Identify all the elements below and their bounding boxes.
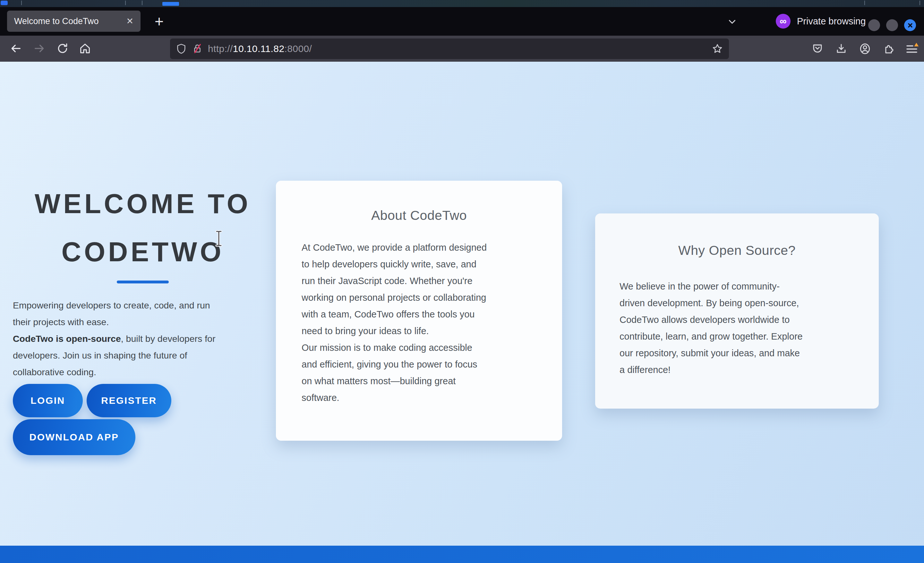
close-window-button[interactable] [904, 19, 916, 31]
insecure-lock-icon[interactable] [192, 44, 203, 54]
register-button[interactable]: REGISTER [87, 384, 171, 417]
os-app-icon [1, 1, 8, 5]
minimize-button[interactable] [868, 19, 880, 31]
screenshot-root: Welcome to CodeTwo ✕ + ∞ Private browsin… [0, 0, 924, 563]
tab-welcome-to-codetwo[interactable]: Welcome to CodeTwo ✕ [7, 11, 141, 32]
os-divider [920, 1, 920, 5]
page-title: WELCOME TOCODETWO [13, 180, 273, 276]
downloads-icon[interactable] [831, 39, 852, 59]
maximize-button[interactable] [886, 19, 898, 31]
bookmark-star-icon[interactable] [712, 43, 723, 54]
private-browsing-label: Private browsing [797, 16, 866, 27]
new-tab-button[interactable]: + [150, 12, 168, 31]
url-host: 10.10.11.82 [233, 44, 285, 54]
download-app-button[interactable]: DOWNLOAD APP [13, 419, 135, 455]
menu-hamburger-icon[interactable] [902, 39, 922, 59]
window-controls [868, 19, 916, 31]
back-icon[interactable] [6, 39, 26, 59]
tab-title: Welcome to CodeTwo [14, 17, 122, 26]
tab-bar: Welcome to CodeTwo ✕ + ∞ Private browsin… [0, 7, 924, 35]
url-text: http://10.10.11.82:8000/ [208, 44, 712, 54]
reload-icon[interactable] [52, 39, 72, 59]
why-card-title: Why Open Source? [595, 213, 879, 258]
shield-icon[interactable] [176, 44, 187, 54]
home-icon[interactable] [75, 39, 95, 59]
os-divider [142, 1, 142, 5]
intro-line: CodeTwo is open-source, built by develop… [13, 330, 273, 347]
account-icon[interactable] [855, 39, 875, 59]
os-divider [21, 1, 22, 5]
private-mask-icon: ∞ [776, 14, 790, 29]
url-bar[interactable]: http://10.10.11.82:8000/ [170, 39, 729, 59]
open-source-bold: CodeTwo is open-source [13, 333, 121, 344]
private-browsing-badge: ∞ Private browsing [776, 7, 866, 35]
url-port: :8000/ [285, 44, 312, 54]
os-taskbar-strip [0, 0, 924, 7]
why-card-body: We believe in the power of community- dr… [620, 278, 854, 378]
page-footer-bar [0, 546, 924, 563]
login-button[interactable]: LOGIN [13, 384, 83, 417]
intro-line: collaborative coding. [13, 364, 273, 380]
os-active-indicator [162, 2, 179, 6]
title-underline [117, 281, 169, 284]
forward-icon[interactable] [30, 39, 50, 59]
list-all-tabs-chevron-down-icon[interactable] [723, 14, 742, 30]
about-card: About CodeTwo At CodeTwo, we provide a p… [276, 181, 562, 441]
open-source-rest: , built by developers for [121, 333, 216, 344]
intro-line: Empowering developers to create, code, a… [13, 297, 273, 314]
why-open-source-card: Why Open Source? We believe in the power… [595, 213, 879, 408]
web-page: WELCOME TOCODETWO Empowering developers … [0, 62, 924, 563]
pocket-icon[interactable] [807, 39, 828, 59]
about-card-body: At CodeTwo, we provide a platform design… [302, 239, 536, 406]
url-scheme: http:// [208, 44, 233, 54]
text-cursor-ibeam [214, 230, 223, 247]
intro-line: their projects with ease. [13, 314, 273, 330]
hero-intro-text: Empowering developers to create, code, a… [13, 297, 273, 380]
hero-section: WELCOME TOCODETWO Empowering developers … [13, 180, 273, 380]
tab-close-icon[interactable]: ✕ [122, 17, 134, 26]
extensions-puzzle-icon[interactable] [879, 39, 900, 59]
os-divider [125, 1, 126, 5]
os-divider [864, 1, 865, 5]
navigation-toolbar: http://10.10.11.82:8000/ [0, 35, 924, 62]
intro-line: developers. Join us in shaping the futur… [13, 347, 273, 364]
about-card-title: About CodeTwo [276, 181, 562, 223]
